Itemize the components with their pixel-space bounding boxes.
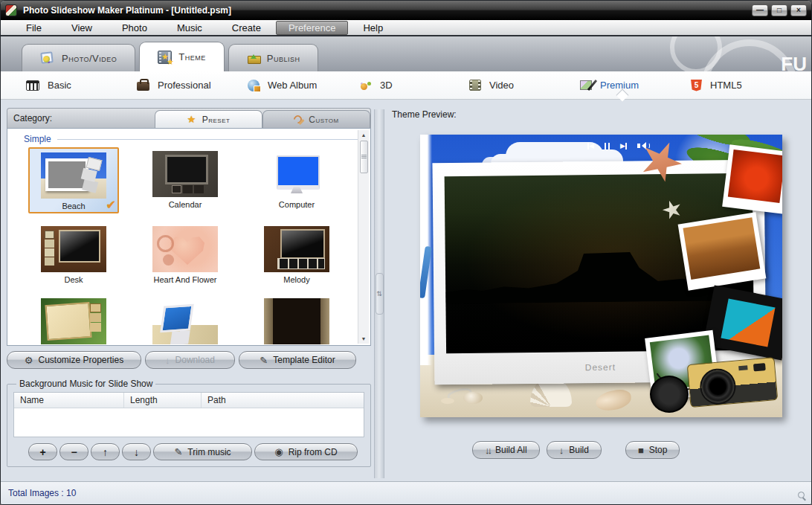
- theme-thumbnail[interactable]: [241, 295, 352, 346]
- add-music-button[interactable]: +: [28, 443, 57, 460]
- player-controls: ◀ ▶: [587, 141, 650, 151]
- tab-publish[interactable]: Publish: [228, 44, 319, 71]
- tab-theme-label: Theme: [178, 51, 205, 62]
- picture-pen-icon: [580, 80, 592, 90]
- molecule-icon: [358, 80, 372, 91]
- zoom-grip-icon[interactable]: [797, 491, 806, 500]
- theme-thumbnail-computer[interactable]: Computer: [241, 147, 352, 213]
- tab-custom-label: Custom: [309, 115, 338, 125]
- menu-item-help[interactable]: Help: [348, 22, 398, 34]
- column-path[interactable]: Path: [202, 393, 364, 408]
- theme-group-header: Simple: [24, 134, 360, 144]
- tab-custom[interactable]: Custom: [262, 110, 370, 128]
- html5-shield-icon: 5: [691, 80, 702, 91]
- column-length[interactable]: Length: [124, 393, 202, 408]
- theme-preview-label: Theme Preview:: [392, 109, 805, 120]
- stone-thumb-image: [264, 298, 329, 344]
- melody-thumb-image: [264, 226, 329, 272]
- frame-thumb-image: [41, 298, 106, 344]
- build-all-button[interactable]: ↓↓ Build All: [472, 441, 540, 459]
- down-arrow-icon: ↓: [559, 446, 564, 455]
- category-label: Category:: [13, 113, 52, 123]
- tab-preset[interactable]: ★ Preset: [155, 110, 262, 128]
- menu-item-view[interactable]: View: [57, 22, 107, 34]
- theme-thumbnail-beach[interactable]: Beach ✔: [28, 147, 119, 213]
- app-window: Photo Slideshow Maker Platinum - [Untitl…: [0, 0, 812, 505]
- theme-thumbnail-melody[interactable]: Melody: [241, 222, 352, 286]
- maximize-button[interactable]: □: [771, 4, 787, 16]
- check-icon: ✔: [106, 198, 116, 212]
- theme-filmstrip-icon: [158, 51, 172, 64]
- volume-button[interactable]: [637, 142, 650, 149]
- category-header: Category: ★ Preset Custom: [7, 108, 371, 128]
- tab-photo-video[interactable]: Photo/Video: [22, 44, 135, 71]
- customize-properties-button[interactable]: ⚙ Customize Properties: [7, 351, 141, 369]
- window-title: Photo Slideshow Maker Platinum - [Untitl…: [23, 5, 231, 16]
- camera: [687, 357, 779, 408]
- theme-thumbnail[interactable]: [129, 295, 241, 346]
- download-icon: ↓: [165, 356, 170, 365]
- menu-item-create[interactable]: Create: [217, 22, 276, 34]
- total-images-status: Total Images : 10: [8, 488, 76, 498]
- theme-preview-panel: Theme Preview: Desert: [386, 108, 807, 478]
- menu-item-file[interactable]: File: [11, 22, 57, 34]
- theme-thumbnail-heart-and-flower[interactable]: Heart And Flower: [129, 222, 241, 286]
- tab-theme[interactable]: Theme: [139, 42, 224, 71]
- scroll-up-icon[interactable]: ▲: [361, 130, 367, 140]
- scrollbar-thumb[interactable]: [360, 141, 368, 173]
- app-icon: [5, 4, 17, 16]
- group-label: Simple: [24, 134, 51, 144]
- close-button[interactable]: ×: [790, 4, 807, 16]
- template-editor-button[interactable]: ✎ Template Editor: [239, 351, 356, 369]
- download-button[interactable]: ↓ Download: [145, 351, 235, 369]
- next-button[interactable]: ▶: [620, 143, 627, 149]
- theme-thumbnail[interactable]: [18, 295, 129, 346]
- theme-thumbnail-calendar[interactable]: Calendar: [129, 147, 241, 213]
- toolbar-item-3d[interactable]: 3D: [358, 80, 454, 91]
- desk-thumb-image: [41, 226, 106, 272]
- scroll-down-icon[interactable]: ▼: [361, 334, 367, 344]
- toolbar-item-html5[interactable]: 5 HTML5: [691, 80, 786, 91]
- move-down-button[interactable]: ↓: [122, 443, 151, 460]
- rip-from-cd-button[interactable]: ◉ Rip from CD: [254, 443, 358, 460]
- computer-thumb-image: [264, 151, 329, 197]
- briefcase-icon: [137, 82, 149, 91]
- panel-splitter[interactable]: ⇅: [374, 109, 384, 478]
- main-tab-strip: FU Photo/Video Theme Publish: [1, 36, 811, 71]
- column-name[interactable]: Name: [14, 393, 124, 408]
- remove-music-button[interactable]: −: [59, 443, 88, 460]
- pencil-icon: ✎: [260, 356, 268, 365]
- move-up-button[interactable]: ↑: [91, 443, 120, 460]
- stop-button[interactable]: ■ Stop: [625, 441, 680, 459]
- pause-button[interactable]: [605, 143, 610, 149]
- minimize-button[interactable]: —: [752, 4, 768, 16]
- toolbar-item-premium[interactable]: Premium: [580, 80, 675, 91]
- music-table: Name Length Path: [13, 392, 364, 437]
- splitter-handle-icon[interactable]: ⇅: [376, 273, 384, 315]
- theme-list-scrollbar[interactable]: ▲ ▼: [358, 130, 369, 344]
- desert-polaroid: [678, 212, 767, 290]
- menu-item-music[interactable]: Music: [162, 22, 217, 34]
- toolbar-item-professional[interactable]: Professional: [137, 80, 232, 91]
- shell: [463, 392, 483, 404]
- menu-item-preference[interactable]: Preference: [276, 21, 349, 35]
- double-down-arrow-icon: ↓↓: [485, 446, 490, 455]
- build-button[interactable]: ↓ Build: [547, 441, 602, 459]
- globe-icon: [248, 80, 260, 91]
- toolbar-item-web-album[interactable]: Web Album: [248, 80, 343, 91]
- theme-category-toolbar: Basic Professional Web Album 3D Video Pr…: [1, 71, 811, 100]
- theme-thumbnail-desk[interactable]: Desk: [18, 222, 129, 286]
- previous-button[interactable]: ◀: [587, 143, 594, 149]
- stop-square-icon: ■: [638, 446, 644, 455]
- music-table-header: Name Length Path: [14, 393, 364, 408]
- music-table-body[interactable]: [14, 408, 364, 437]
- menu-bar: File View Photo Music Create Preference …: [1, 20, 811, 36]
- publish-icon: [247, 52, 260, 64]
- theme-preview-image: Desert ◀ ▶: [420, 135, 782, 417]
- toolbar-item-video[interactable]: Video: [469, 80, 564, 91]
- trim-music-button[interactable]: ✎ Trim music: [153, 443, 252, 460]
- menu-item-photo[interactable]: Photo: [107, 22, 162, 34]
- build-buttons: ↓↓ Build All ↓ Build ■ Stop: [472, 441, 805, 459]
- toolbar-item-basic[interactable]: Basic: [26, 80, 121, 91]
- background-music-group: Background Music for Slide Show Name Len…: [7, 379, 371, 467]
